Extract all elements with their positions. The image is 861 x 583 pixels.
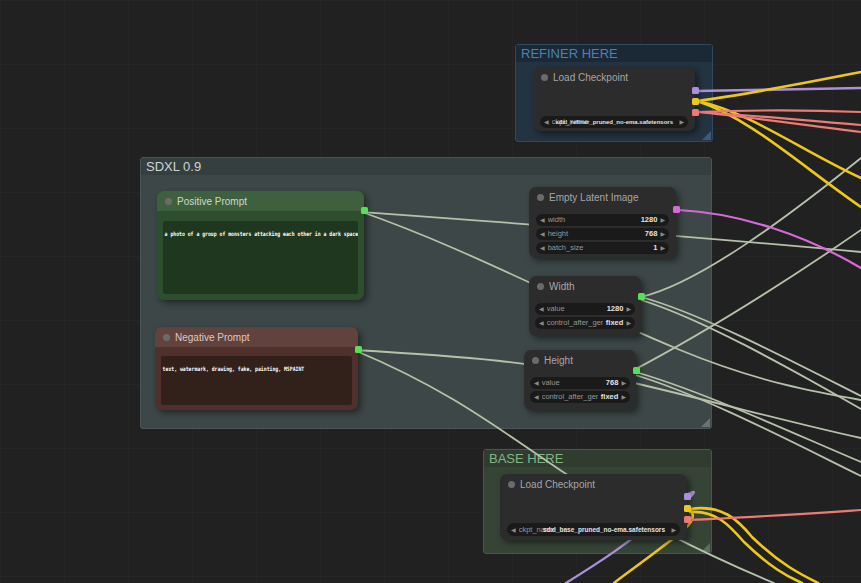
widget-label: height — [548, 228, 642, 240]
node-empty-latent-image[interactable]: Empty Latent Image ◀ width 1280 ▶ ◀ heig… — [529, 187, 676, 258]
widget-value: fixed — [606, 317, 624, 329]
combo-left-arrow-icon[interactable]: ◀ — [544, 116, 549, 128]
group-resize-handle[interactable] — [701, 418, 710, 427]
wire-refiner-vae-c — [697, 112, 861, 132]
output-slot-model[interactable] — [684, 493, 691, 500]
output-slot-int[interactable] — [638, 293, 645, 300]
node-title-label: Empty Latent Image — [549, 192, 639, 203]
output-slot-conditioning[interactable] — [361, 207, 368, 214]
wire-refiner-vae-a — [697, 111, 861, 113]
combo-left-arrow-icon[interactable]: ◀ — [539, 317, 544, 329]
node-title-bar[interactable]: Width — [529, 276, 641, 296]
node-positive-prompt[interactable]: Positive Prompt a photo of a group of mo… — [157, 191, 364, 300]
wire-base-vae — [690, 510, 861, 520]
combo-right-arrow-icon[interactable]: ▶ — [679, 116, 684, 128]
group-title-sdxl[interactable]: SDXL 0.9 — [141, 158, 711, 175]
node-load-checkpoint-base[interactable]: Load Checkpoint ◀ ckpt_name sdxl_base_pr… — [500, 474, 687, 540]
wire-refiner-clip-c — [697, 101, 861, 207]
width-number-widget[interactable]: ◀ width 1280 ▶ — [536, 214, 669, 226]
widget-value: 768 — [606, 377, 619, 389]
wire-refiner-vae-b — [697, 112, 861, 125]
collapse-dot-icon[interactable] — [165, 198, 172, 205]
node-title-label: Negative Prompt — [175, 332, 249, 343]
value-number-widget[interactable]: ◀ value 1280 ▶ — [535, 303, 635, 315]
negative-prompt-textarea[interactable]: text, watermark, drawing, fake, painting… — [161, 356, 352, 405]
output-slot-clip[interactable] — [684, 505, 691, 512]
node-graph-canvas[interactable]: REFINER HERE SDXL 0.9 BASE HERE — [0, 0, 861, 583]
combo-left-arrow-icon[interactable]: ◀ — [511, 524, 516, 536]
output-slot-int[interactable] — [633, 367, 640, 374]
stepper-right-arrow-icon[interactable]: ▶ — [660, 228, 665, 240]
widget-value: 1 — [653, 242, 657, 254]
stepper-right-arrow-icon[interactable]: ▶ — [660, 242, 665, 254]
widget-label: batch_size — [548, 242, 651, 254]
widget-value: sdxl_base_pruned_no-ema.safetensors — [543, 524, 665, 536]
stepper-right-arrow-icon[interactable]: ▶ — [621, 377, 626, 389]
node-load-checkpoint-refiner[interactable]: Load Checkpoint ◀ ckpt_name sdxl_refiner… — [533, 67, 695, 131]
output-slot-vae[interactable] — [692, 109, 699, 116]
widget-label: control_after_generate — [547, 317, 603, 329]
combo-right-arrow-icon[interactable]: ▶ — [671, 524, 676, 536]
output-slot-conditioning[interactable] — [355, 346, 362, 353]
stepper-left-arrow-icon[interactable]: ◀ — [539, 303, 544, 315]
node-title-bar[interactable]: Positive Prompt — [157, 191, 364, 211]
collapse-dot-icon[interactable] — [541, 74, 548, 81]
widget-value: fixed — [601, 391, 619, 403]
collapse-dot-icon[interactable] — [537, 283, 544, 290]
wire-refiner-clip-b — [697, 101, 861, 178]
value-number-widget[interactable]: ◀ value 768 ▶ — [530, 377, 630, 389]
collapse-dot-icon[interactable] — [537, 194, 544, 201]
node-title-label: Height — [544, 355, 573, 366]
output-slot-model[interactable] — [692, 87, 699, 94]
stepper-left-arrow-icon[interactable]: ◀ — [540, 214, 545, 226]
node-height[interactable]: Height ◀ value 768 ▶ ◀ control_after_gen… — [524, 350, 636, 410]
stepper-right-arrow-icon[interactable]: ▶ — [626, 303, 631, 315]
negative-prompt-text: text, watermark, drawing, fake, painting… — [161, 362, 306, 375]
widget-label: value — [542, 377, 603, 389]
widget-label: control_after_generate — [542, 391, 598, 403]
node-width[interactable]: Width ◀ value 1280 ▶ ◀ control_after_gen… — [529, 276, 641, 336]
group-resize-handle[interactable] — [701, 543, 710, 552]
wire-refiner-model — [697, 88, 861, 91]
stepper-left-arrow-icon[interactable]: ◀ — [540, 228, 545, 240]
node-title-label: Positive Prompt — [177, 196, 247, 207]
wire-refiner-clip-a — [697, 72, 861, 101]
height-number-widget[interactable]: ◀ height 768 ▶ — [536, 228, 669, 240]
batch-size-number-widget[interactable]: ◀ batch_size 1 ▶ — [536, 242, 669, 254]
collapse-dot-icon[interactable] — [532, 357, 539, 364]
widget-value: 1280 — [641, 214, 658, 226]
combo-right-arrow-icon[interactable]: ▶ — [626, 317, 631, 329]
control-after-generate-widget[interactable]: ◀ control_after_generate fixed ▶ — [530, 391, 630, 403]
ckpt-name-combo-widget[interactable]: ◀ ckpt_name sdxl_refiner_pruned_no-ema.s… — [540, 116, 688, 128]
group-title-refiner[interactable]: REFINER HERE — [516, 45, 712, 62]
widget-value: 1280 — [607, 303, 624, 315]
node-title-label: Load Checkpoint — [520, 479, 595, 490]
widget-label: value — [547, 303, 604, 315]
control-after-generate-widget[interactable]: ◀ control_after_generate fixed ▶ — [535, 317, 635, 329]
collapse-dot-icon[interactable] — [508, 481, 515, 488]
widget-value: 768 — [645, 228, 658, 240]
ckpt-name-combo-widget[interactable]: ◀ ckpt_name sdxl_base_pruned_no-ema.safe… — [507, 523, 680, 536]
widget-value: sdxl_refiner_pruned_no-ema.safetensors — [555, 116, 673, 128]
stepper-left-arrow-icon[interactable]: ◀ — [534, 377, 539, 389]
node-title-bar[interactable]: Negative Prompt — [155, 327, 358, 347]
node-negative-prompt[interactable]: Negative Prompt text, watermark, drawing… — [155, 327, 358, 410]
node-title-label: Load Checkpoint — [553, 72, 628, 83]
combo-right-arrow-icon[interactable]: ▶ — [621, 391, 626, 403]
positive-prompt-text: a photo of a group of monsters attacking… — [163, 227, 358, 240]
group-title-base[interactable]: BASE HERE — [484, 450, 711, 467]
stepper-right-arrow-icon[interactable]: ▶ — [660, 214, 665, 226]
stepper-left-arrow-icon[interactable]: ◀ — [540, 242, 545, 254]
combo-left-arrow-icon[interactable]: ◀ — [534, 391, 539, 403]
output-slot-latent[interactable] — [673, 206, 680, 213]
node-title-bar[interactable]: Load Checkpoint — [533, 67, 695, 87]
group-resize-handle[interactable] — [702, 131, 711, 140]
node-title-bar[interactable]: Empty Latent Image — [529, 187, 676, 207]
collapse-dot-icon[interactable] — [163, 334, 170, 341]
node-title-bar[interactable]: Height — [524, 350, 636, 370]
node-title-bar[interactable]: Load Checkpoint — [500, 474, 687, 494]
output-slot-vae[interactable] — [684, 516, 691, 523]
node-title-label: Width — [549, 281, 575, 292]
positive-prompt-textarea[interactable]: a photo of a group of monsters attacking… — [163, 221, 358, 294]
output-slot-clip[interactable] — [692, 98, 699, 105]
